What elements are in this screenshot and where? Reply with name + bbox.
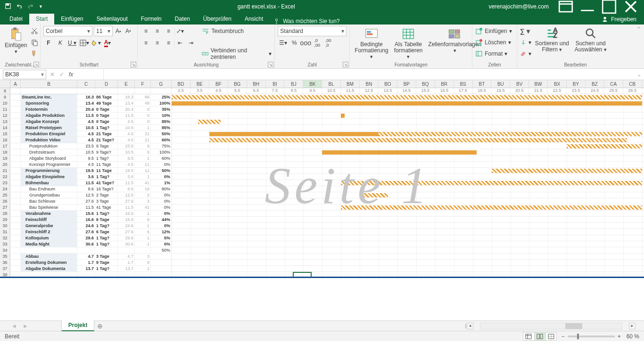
table-row[interactable]: 23Bühnenbau11.541 Tage?11.5411% xyxy=(0,180,644,186)
table-row[interactable]: 21Programmierung19.511 Tage19.51150% xyxy=(0,168,644,174)
column-header[interactable]: BQ xyxy=(416,80,435,88)
conditional-formatting-button[interactable]: BedingteFormatierung ▾ xyxy=(353,26,390,60)
normal-view-button[interactable] xyxy=(523,332,534,341)
column-header[interactable]: BF xyxy=(209,80,228,88)
table-row[interactable]: 33Media Night30.61 Tag?30.610% xyxy=(0,241,644,247)
table-row[interactable]: 32Kolloquium29.61 Tag?29.615% xyxy=(0,235,644,241)
share-button[interactable]: Freigeben xyxy=(594,14,644,25)
sheet-nav-next-icon[interactable]: ► xyxy=(20,323,31,329)
comma-format-icon[interactable]: ooo xyxy=(300,38,311,48)
ribbon-tab-datei[interactable]: Datei xyxy=(3,14,29,25)
ribbon-tab-daten[interactable]: Daten xyxy=(168,14,197,25)
table-row[interactable]: 15Produktion Einspiel4.521 Tage4.52150% xyxy=(0,131,644,137)
column-header[interactable]: CA xyxy=(604,80,623,88)
ribbon-options-icon[interactable] xyxy=(555,0,576,13)
table-row[interactable]: 17Postproduktion23.58 Tage23.5875% xyxy=(0,143,644,149)
zoom-in-icon[interactable]: + xyxy=(618,333,621,340)
font-name-combo[interactable]: Corbel▾ xyxy=(43,26,92,36)
column-header[interactable]: BJ xyxy=(284,80,303,88)
table-row[interactable]: 20Konzept Programmier4.511 Tage4.5110% xyxy=(0,162,644,168)
align-middle-icon[interactable]: ≡ xyxy=(152,26,162,36)
ribbon-tab-seitenlayout[interactable]: Seitenlayout xyxy=(90,14,134,25)
border-button[interactable]: ▾ xyxy=(79,38,89,48)
column-header[interactable]: BN xyxy=(360,80,379,88)
ribbon-tab-start[interactable]: Start xyxy=(29,14,54,25)
accounting-format-icon[interactable]: ☰▾ xyxy=(278,38,288,48)
table-row[interactable]: 31Feinschliff 227.66 Tage27.6612% xyxy=(0,229,644,235)
column-header[interactable]: CB xyxy=(623,80,642,88)
italic-button[interactable]: K xyxy=(55,38,66,48)
name-box[interactable]: BK38▾ xyxy=(3,70,46,79)
column-header[interactable]: E xyxy=(118,80,135,88)
align-left-icon[interactable]: ≡ xyxy=(140,38,151,48)
column-header[interactable]: BT xyxy=(473,80,492,88)
table-row[interactable]: 11Fototermin20.40 Tage20.4035% xyxy=(0,106,644,113)
increase-decimal-icon[interactable]: ,0,00 xyxy=(312,38,322,48)
cancel-icon[interactable]: ✕ xyxy=(50,71,55,78)
table-row[interactable]: 3450% xyxy=(0,247,644,254)
cut-button[interactable] xyxy=(31,26,38,36)
merge-center-button[interactable]: Verbinden und zentrieren ▾ xyxy=(202,49,272,59)
dialog-launcher-icon[interactable]: ↘ xyxy=(343,62,348,67)
column-header[interactable]: BO xyxy=(379,80,397,88)
table-row[interactable]: 27Bau Spielwiese11.541 Tage11.5410% xyxy=(0,205,644,211)
table-row[interactable]: 9SteamLine Inc.16.386 Tage16.38625% xyxy=(0,94,644,100)
fill-color-button[interactable]: ▾ xyxy=(91,38,101,48)
column-header[interactable]: BR xyxy=(435,80,454,88)
expand-formula-bar-icon[interactable]: ⌄ xyxy=(635,71,644,78)
paste-button[interactable]: Einfügen▾ xyxy=(3,26,29,55)
collapse-ribbon-icon[interactable]: ˄ xyxy=(634,25,644,68)
table-row[interactable]: 35Abbau4.73 Tage4.73 xyxy=(0,254,644,260)
table-row[interactable]: 29Feinschliff16.66 Tage16.6644% xyxy=(0,217,644,223)
find-select-button[interactable]: Suchen undAuswählen ▾ xyxy=(573,26,609,54)
format-painter-button[interactable] xyxy=(31,49,38,59)
align-right-icon[interactable]: ≡ xyxy=(163,38,173,48)
table-row[interactable]: 19Abgabe Storyboard9.51 Tag?9.5160% xyxy=(0,156,644,162)
column-header[interactable]: BY xyxy=(567,80,586,88)
number-format-combo[interactable]: Standard▾ xyxy=(278,26,347,36)
sheet-nav-prev-icon[interactable]: ◄ xyxy=(8,323,20,329)
align-top-icon[interactable]: ≡ xyxy=(140,26,151,36)
ribbon-tab-formeln[interactable]: Formeln xyxy=(134,14,168,25)
sheet-tab[interactable] xyxy=(31,320,62,331)
column-header[interactable]: G xyxy=(151,80,172,88)
column-header[interactable]: BK xyxy=(303,80,322,88)
table-row[interactable]: 28Vorabnahme15.61 Tag?15.610% xyxy=(0,211,644,217)
column-header[interactable]: BZ xyxy=(586,80,604,88)
table-row[interactable]: 22Abgabe Einspielme3.61 Tag?3.610% xyxy=(0,174,644,180)
font-size-combo[interactable]: 11▾ xyxy=(94,26,113,36)
column-header[interactable]: B xyxy=(21,80,77,88)
dialog-launcher-icon[interactable]: ↘ xyxy=(131,62,136,67)
table-row[interactable]: 12Abgabe Produktion11.50 Tage11.5010% xyxy=(0,113,644,119)
ribbon-tab-ansicht[interactable]: Ansicht xyxy=(238,14,270,25)
qat-dropdown-icon[interactable]: ▼ xyxy=(39,4,43,9)
page-layout-view-button[interactable] xyxy=(534,332,545,341)
ribbon-tab-einfügen[interactable]: Einfügen xyxy=(54,14,90,25)
grow-font-icon[interactable]: A▴ xyxy=(114,26,123,36)
horizontal-scrollbar[interactable]: ⁞ ◄► xyxy=(465,322,644,330)
decrease-decimal-icon[interactable]: ,00,0 xyxy=(323,38,333,48)
shrink-font-icon[interactable]: A▾ xyxy=(124,26,132,36)
column-header[interactable]: F xyxy=(135,80,151,88)
page-break-view-button[interactable] xyxy=(545,332,557,341)
minimize-button[interactable] xyxy=(577,0,598,13)
column-header[interactable]: BM xyxy=(341,80,360,88)
decrease-indent-icon[interactable]: ⇤ xyxy=(174,38,185,48)
dialog-launcher-icon[interactable]: ↘ xyxy=(268,62,273,67)
zoom-control[interactable]: − + 60 % xyxy=(561,333,639,340)
column-header[interactable]: BE xyxy=(190,80,209,88)
table-row[interactable]: 18Drehzeitraum10.59 Tage?10.59100% xyxy=(0,149,644,156)
sheet-tab[interactable]: Projekt xyxy=(62,320,95,331)
orientation-icon[interactable]: ⤢▾ xyxy=(174,26,185,36)
column-header[interactable]: BH xyxy=(247,80,266,88)
align-bottom-icon[interactable]: ≡ xyxy=(163,26,173,36)
formula-input[interactable] xyxy=(105,70,634,79)
table-row[interactable]: 10Sponsoring13.449 Tage13.449100% xyxy=(0,100,644,106)
align-center-icon[interactable]: ≡ xyxy=(152,38,162,48)
add-sheet-button[interactable]: ⊕ xyxy=(94,322,106,330)
percent-format-icon[interactable]: % xyxy=(289,38,299,48)
column-header[interactable]: BI xyxy=(266,80,285,88)
account-label[interactable]: verenajochim@live.com xyxy=(485,3,553,10)
save-icon[interactable] xyxy=(5,3,11,11)
format-as-table-button[interactable]: Als Tabelleformatieren ▾ xyxy=(392,26,425,60)
